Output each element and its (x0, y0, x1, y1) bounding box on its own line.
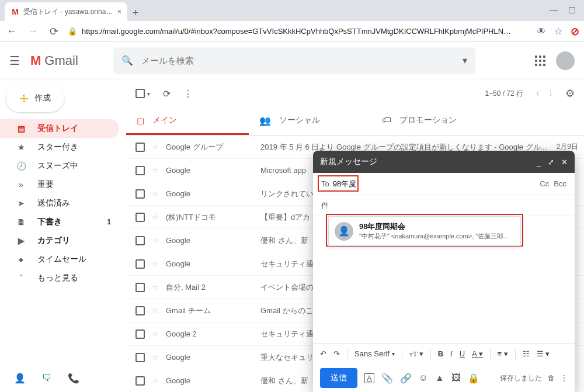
star-icon[interactable]: ☆ (152, 259, 159, 268)
star-icon[interactable]: ☆ (152, 213, 159, 221)
emoji-icon[interactable]: ☺ (419, 373, 428, 383)
mail-sender: (株)NTTドコモ (166, 212, 253, 223)
close-compose-icon[interactable]: ✕ (561, 158, 568, 166)
maximize-icon[interactable]: ▢ (568, 5, 576, 14)
more-icon[interactable]: ⋮ (183, 88, 193, 99)
star-icon[interactable]: ☆ (152, 189, 159, 198)
menu-icon[interactable]: ☰ (9, 54, 23, 68)
hangouts-icon[interactable]: 🗨 (42, 373, 51, 383)
star-url-icon[interactable]: ☆ (554, 26, 562, 37)
star-icon[interactable]: ☆ (152, 353, 159, 362)
sidebar-item-clock[interactable]: 🕘スヌーズ中 (0, 157, 119, 175)
minimize-compose-icon[interactable]: _ (537, 158, 541, 166)
category-tab[interactable]: 🏷プロモーション (371, 107, 494, 135)
bold-icon[interactable]: B (438, 349, 443, 358)
drive-icon[interactable]: ▲ (435, 373, 444, 383)
compose-body[interactable]: 👤 98年度同期会 "中村花子" <nakamura@example.com>,… (313, 216, 575, 343)
person-icon[interactable]: 👤 (14, 373, 26, 384)
numbered-list-icon[interactable]: ☷ (523, 349, 530, 358)
sidebar-footer: 👤 🗨 📞 (0, 364, 126, 392)
sidebar-item-send[interactable]: ➤送信済み (0, 194, 119, 213)
photo-icon[interactable]: 🖼 (451, 373, 461, 383)
mail-checkbox[interactable] (135, 166, 145, 175)
browser-tab[interactable]: M 受信トレイ - yasawa.orinaka@gm... × (5, 2, 127, 21)
next-page-icon[interactable]: 〉 (549, 89, 556, 99)
sidebar-item-label[interactable]: ●タイムセール (0, 250, 119, 269)
compose-button[interactable]: + 作成 (6, 84, 64, 112)
compose-header[interactable]: 新規メッセージ _ ⤢ ✕ (313, 151, 575, 173)
sidebar-item-inbox[interactable]: ▤受信トレイ (0, 119, 119, 138)
fullscreen-compose-icon[interactable]: ⤢ (548, 158, 554, 166)
url-box[interactable]: 🔒 https://mail.google.com/mail/u/0/#inbo… (68, 27, 530, 36)
mail-checkbox[interactable] (135, 353, 145, 362)
category-tab[interactable]: 👥ソーシャル (249, 107, 371, 135)
refresh-icon[interactable]: ⟳ (163, 88, 171, 99)
search-box[interactable]: 🔍 ▾ (113, 47, 475, 74)
lock-timer-icon[interactable]: 🔒 (468, 373, 479, 384)
star-icon[interactable]: ☆ (152, 143, 159, 151)
font-size-icon[interactable]: тT ▾ (409, 349, 423, 359)
close-tab-icon[interactable]: × (117, 8, 121, 16)
sidebar-item-more[interactable]: ˅もっと見る (0, 269, 119, 287)
phone-icon[interactable]: 📞 (68, 373, 79, 384)
text-color-icon[interactable]: A ▾ (472, 349, 483, 358)
select-all-checkbox[interactable] (135, 89, 145, 98)
format-icon[interactable]: A (364, 373, 374, 383)
mail-checkbox[interactable] (135, 213, 145, 222)
reload-button[interactable]: ⟳ (47, 25, 61, 38)
star-icon[interactable]: ☆ (152, 283, 159, 292)
search-input[interactable] (141, 55, 454, 65)
subject-row[interactable]: 件 (313, 195, 575, 216)
mail-checkbox[interactable] (135, 189, 145, 199)
account-avatar[interactable] (556, 51, 575, 70)
trash-icon[interactable]: 🗑 (548, 374, 555, 382)
bullet-list-icon[interactable]: ☰ ▾ (537, 349, 550, 358)
bcc-link[interactable]: Bcc (554, 179, 566, 188)
star-icon[interactable]: ☆ (152, 329, 159, 338)
font-selector[interactable]: Sans Serif ▾ (354, 349, 395, 358)
forward-button[interactable]: → (26, 25, 40, 37)
sidebar-item-category[interactable]: ▶カテゴリ (0, 231, 119, 250)
italic-icon[interactable]: I (450, 349, 453, 358)
select-dropdown-icon[interactable]: ▾ (147, 91, 150, 97)
settings-icon[interactable]: ⚙ (565, 87, 575, 100)
link-icon[interactable]: 🔗 (400, 373, 412, 384)
to-field-row[interactable]: To Cc Bcc (313, 173, 575, 195)
mail-checkbox[interactable] (135, 236, 145, 245)
gmail-logo[interactable]: M Gmail (30, 53, 78, 68)
new-tab-button[interactable]: + (127, 5, 144, 21)
eye-icon[interactable]: 👁 (537, 26, 546, 37)
underline-icon[interactable]: U (460, 349, 465, 358)
more-compose-icon[interactable]: ⋮ (561, 374, 568, 382)
prev-page-icon[interactable]: 〈 (533, 89, 540, 99)
cc-link[interactable]: Cc (540, 179, 549, 188)
redo-icon[interactable]: ↷ (333, 349, 340, 358)
attach-icon[interactable]: 📎 (381, 373, 393, 384)
mail-checkbox[interactable] (135, 306, 145, 315)
contact-suggestion[interactable]: 👤 98年度同期会 "中村花子" <nakamura@example.com>,… (328, 216, 521, 246)
apps-icon[interactable] (535, 55, 545, 66)
mail-checkbox[interactable] (135, 376, 145, 386)
mail-checkbox[interactable] (135, 283, 145, 292)
star-icon[interactable]: ☆ (152, 236, 159, 245)
mail-checkbox[interactable] (135, 259, 145, 269)
sidebar-item-label: 重要 (37, 179, 54, 190)
minimize-icon[interactable]: — (550, 5, 558, 14)
sidebar-item-important[interactable]: »重要 (0, 175, 119, 194)
undo-icon[interactable]: ↶ (320, 349, 326, 358)
block-icon[interactable]: ⊘ (571, 25, 579, 38)
to-input[interactable] (333, 179, 540, 188)
star-icon[interactable]: ☆ (152, 166, 159, 175)
category-tab[interactable]: ◻メイン (126, 107, 249, 135)
star-icon[interactable]: ☆ (152, 306, 159, 315)
star-icon[interactable]: ☆ (152, 376, 159, 385)
mail-checkbox[interactable] (135, 329, 145, 339)
back-button[interactable]: ← (5, 25, 19, 37)
send-button[interactable]: 送信 (320, 368, 357, 388)
search-dropdown-icon[interactable]: ▾ (463, 55, 467, 66)
search-icon[interactable]: 🔍 (121, 55, 133, 66)
align-icon[interactable]: ≡ ▾ (498, 349, 508, 358)
sidebar-item-star[interactable]: ★スター付き (0, 138, 119, 157)
sidebar-item-draft[interactable]: 🗎下書き1 (0, 213, 119, 231)
mail-checkbox[interactable] (135, 143, 145, 152)
